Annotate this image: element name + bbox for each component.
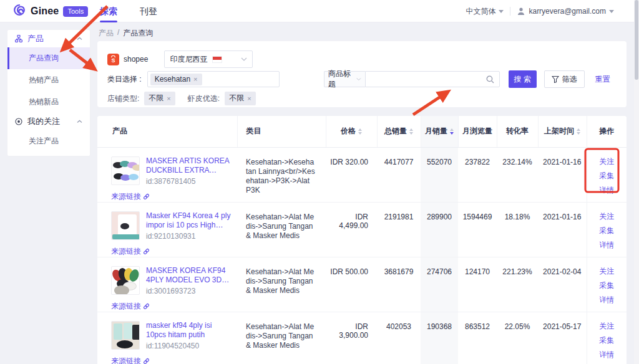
- column-category: 类目: [237, 116, 326, 147]
- product-image[interactable]: [111, 156, 140, 185]
- language-label: 中文简体: [466, 6, 495, 17]
- collect-link[interactable]: 采集: [587, 171, 627, 181]
- follow-link[interactable]: 关注: [587, 266, 627, 277]
- tab-explore[interactable]: 探索: [100, 0, 117, 22]
- product-title-link[interactable]: masker kf94 4ply isi 10pcs hitam putih: [146, 321, 232, 340]
- column-product: 产品: [97, 116, 237, 147]
- indonesia-flag-icon: [212, 56, 222, 63]
- listed-time-cell: 2021-01-16: [538, 202, 587, 257]
- collect-link[interactable]: 采集: [587, 280, 627, 291]
- shop-type-tag: 不限 ×: [144, 92, 175, 105]
- sort-icon[interactable]: [358, 128, 362, 135]
- country-select[interactable]: 印度尼西亚: [164, 50, 253, 68]
- follow-link[interactable]: 关注: [587, 156, 627, 167]
- sort-icon[interactable]: [409, 128, 413, 135]
- search-button[interactable]: 搜索: [509, 70, 537, 88]
- total-sales-cell: 402053: [377, 312, 421, 364]
- sidebar-group-label: 产品: [27, 33, 77, 44]
- link-icon: [143, 193, 150, 200]
- category-input[interactable]: Kesehatan ×: [147, 71, 280, 87]
- product-image[interactable]: [111, 211, 140, 240]
- product-id: id:11904520450: [146, 342, 232, 350]
- target-icon: [15, 118, 22, 125]
- breadcrumb-separator: /: [117, 28, 119, 39]
- divider: [510, 7, 510, 16]
- column-total-sales[interactable]: 总销量: [377, 116, 421, 147]
- product-image[interactable]: [111, 321, 140, 350]
- detail-link[interactable]: 详情: [587, 350, 627, 360]
- tab-publish[interactable]: 刊登: [140, 0, 157, 22]
- brand-name: Ginee: [31, 6, 59, 17]
- chevron-down-icon: [356, 77, 361, 81]
- source-link[interactable]: 来源链接: [111, 356, 150, 364]
- top-bar: Ginee Tools 探索 刊登 中文简体 karryevera@gmail.…: [0, 0, 639, 22]
- link-icon: [143, 358, 150, 364]
- shop-type-label: 店铺类型:: [107, 93, 139, 104]
- follow-link[interactable]: 关注: [587, 211, 627, 222]
- scrollbar-thumb[interactable]: [635, 0, 638, 80]
- account-menu[interactable]: karryevera@gmail.com: [517, 7, 614, 16]
- breadcrumb: 产品 / 产品查询: [99, 28, 153, 39]
- sidebar-item-hot-products[interactable]: 热销产品: [7, 69, 90, 91]
- detail-link[interactable]: 详情: [587, 295, 627, 305]
- category-cell: Kesehatan->Alat Medis->Sarung Tangan & M…: [237, 312, 326, 364]
- language-selector[interactable]: 中文简体: [466, 6, 504, 17]
- remove-tag-icon[interactable]: ×: [193, 75, 197, 83]
- chevron-up-icon: [77, 37, 82, 41]
- follow-link[interactable]: 关注: [587, 321, 627, 332]
- ginee-swirl-icon: [12, 3, 26, 19]
- marketplace-label: shopee: [124, 55, 148, 64]
- preferred-label: 虾皮优选:: [188, 93, 220, 104]
- column-listed-time[interactable]: 上架时间: [538, 116, 587, 147]
- title-search-input[interactable]: [366, 72, 486, 87]
- category-tag: Kesehatan ×: [150, 74, 202, 85]
- source-link[interactable]: 来源链接: [111, 191, 150, 202]
- source-link[interactable]: 来源链接: [111, 301, 150, 312]
- remove-tag-icon[interactable]: ×: [167, 95, 170, 102]
- remove-tag-icon[interactable]: ×: [247, 95, 251, 102]
- product-title-link[interactable]: MASKER KOREA KF94 4PLY MODEL EVO 3D MASK…: [146, 266, 232, 285]
- sort-icon-active[interactable]: [450, 128, 454, 135]
- table-header-row: 产品 类目 价格 总销量 月销量 月浏览量 转化率 上架时间 操作: [97, 116, 627, 147]
- sidebar-group-my-follow[interactable]: 我的关注: [7, 113, 90, 130]
- total-sales-cell: 2191981: [377, 202, 421, 257]
- page-scrollbar: [634, 0, 639, 364]
- table-row: MASKER KOREA KF94 4PLY MODEL EVO 3D MASK…: [97, 257, 627, 312]
- detail-link[interactable]: 详情: [587, 240, 627, 251]
- sidebar-item-hot-new[interactable]: 热销新品: [7, 91, 90, 113]
- category-tag-label: Kesehatan: [155, 75, 190, 84]
- sidebar-item-followed-products[interactable]: 关注产品: [7, 130, 90, 152]
- table-row: masker kf94 4ply isi 10pcs hitam putih i…: [97, 312, 627, 364]
- reset-link[interactable]: 重置: [595, 74, 610, 85]
- collect-link[interactable]: 采集: [587, 226, 627, 236]
- shop-type-tag-label: 不限: [149, 93, 163, 103]
- filter-button-label: 筛选: [562, 74, 577, 85]
- listed-time-cell: 2021-02-04: [538, 257, 587, 312]
- product-title-link[interactable]: MASKER ARTIS KOREA DUCKBILL EXTRA NYAMAN…: [146, 156, 232, 175]
- chevron-up-icon: [77, 120, 82, 123]
- link-icon: [143, 248, 150, 255]
- column-monthly-sales[interactable]: 月销量: [421, 116, 458, 147]
- source-link[interactable]: 来源链接: [111, 246, 150, 257]
- sitemap-icon: [15, 35, 22, 42]
- detail-link[interactable]: 详情: [587, 185, 627, 196]
- brand-badge: Tools: [63, 6, 88, 17]
- collect-link[interactable]: 采集: [587, 335, 627, 346]
- primary-nav: 探索 刊登: [100, 0, 157, 22]
- product-title-link[interactable]: Masker KF94 Korea 4 ply impor isi 10 pcs…: [146, 211, 232, 230]
- brand-logo[interactable]: Ginee Tools: [12, 0, 88, 22]
- product-image[interactable]: [111, 266, 140, 295]
- country-label: 印度尼西亚: [170, 54, 207, 65]
- title-field-select[interactable]: 商品标题: [324, 71, 365, 87]
- column-price[interactable]: 价格: [326, 116, 377, 147]
- sidebar-group-label: 我的关注: [27, 116, 77, 127]
- sidebar-item-product-search[interactable]: 产品查询: [7, 47, 90, 69]
- sort-icon[interactable]: [577, 128, 580, 135]
- results-table-panel: 产品 类目 价格 总销量 月销量 月浏览量 转化率 上架时间 操作 MASKER…: [97, 116, 627, 364]
- filter-button[interactable]: 筛选: [544, 70, 585, 88]
- breadcrumb-products[interactable]: 产品: [99, 28, 114, 39]
- search-icon[interactable]: [486, 75, 494, 84]
- user-icon: [517, 7, 525, 16]
- sidebar-group-products[interactable]: 产品: [7, 30, 90, 47]
- listed-time-cell: 2021-05-17: [538, 312, 587, 364]
